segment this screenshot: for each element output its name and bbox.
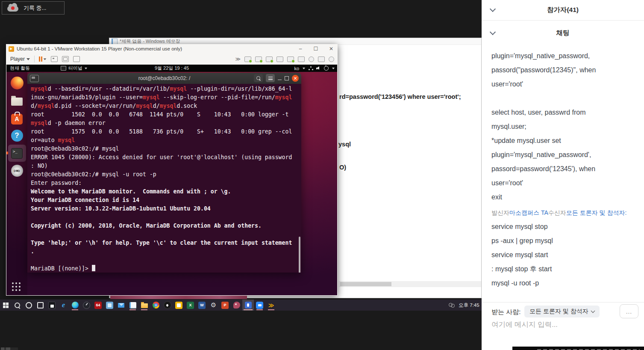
taskbar-icon-settings[interactable]: ⚙ (208, 300, 219, 311)
player-menu-button[interactable]: Player (10, 56, 30, 62)
terminal-line: Welcome to the MariaDB monitor. Commands… (31, 187, 301, 196)
taskbar-icon-photos[interactable] (173, 300, 185, 311)
taskbar-icon-cortana[interactable] (23, 300, 35, 311)
link-tray-icon[interactable] (449, 303, 454, 307)
search-icon (256, 76, 260, 80)
ubuntu-clock[interactable]: 9월 22일 19 : 45 (6, 65, 337, 71)
unity-mode-icon[interactable] (73, 56, 80, 62)
ubuntu-system-tray[interactable]: ko (294, 65, 335, 72)
vmware-minimize-button[interactable]: – (294, 44, 307, 53)
taskbar-clock[interactable]: 오후 7:45 (459, 302, 479, 308)
dock-item-firefox-browser[interactable] (8, 74, 26, 92)
taskbar-icon-vmware[interactable]: ≫ (265, 300, 277, 311)
power-icon (324, 66, 329, 71)
taskbar-icon-gauge[interactable] (81, 300, 92, 311)
taskbar-icon-excel[interactable]: X (185, 300, 196, 311)
chat-message-line: *update mysql.user set (482, 133, 644, 148)
taskbar-icon-powerpoint[interactable]: P (219, 300, 231, 311)
terminal-line: ERROR 1045 (28000): Access denied for us… (31, 153, 301, 162)
device-icon-webcam[interactable] (309, 56, 314, 62)
sender-name[interactable]: 마소캠퍼스 TA (509, 209, 548, 216)
recording-label: 기록 중... (24, 4, 46, 12)
device-icon-webcam-2[interactable] (329, 56, 334, 62)
terminal-minimize-button[interactable] (278, 80, 282, 80)
device-icon-hard-disk[interactable] (244, 56, 251, 62)
vmware-titlebar[interactable]: ▶ Ubuntu 64-bit 1 - VMware Workstation 1… (6, 44, 338, 53)
terminal-body[interactable]: mysqld --basedir=/usr --datadir=/var/lib… (27, 84, 301, 273)
chat-message-line: plugin='mysql_native_password', (482, 148, 644, 162)
participants-header[interactable]: 참가자(41) (482, 6, 644, 15)
terminal-scrollbar[interactable] (299, 237, 300, 273)
vmware-close-button[interactable]: ✕ (325, 44, 338, 53)
dock-item-help[interactable]: ? (8, 127, 26, 144)
device-icon-sound-card[interactable] (287, 56, 294, 62)
ubuntu-app-menu[interactable]: 터미널 (61, 65, 87, 71)
show-applications-button[interactable] (12, 282, 21, 291)
taskbar-icon-voice-app[interactable] (242, 300, 254, 311)
chat-message-line: : mysql stop 후 start (482, 262, 644, 276)
vmware-maximize-button[interactable]: ☐ (309, 44, 322, 53)
taskbar-icon-sixty-four[interactable]: 64 (92, 300, 104, 311)
send-ctrl-alt-del-icon[interactable] (51, 56, 58, 62)
ubuntu-activities-button[interactable]: 현재 활동 (10, 65, 30, 71)
taskbar-icon-chrome[interactable] (150, 300, 162, 311)
device-icon-printer[interactable] (276, 56, 283, 62)
terminal-search-button[interactable] (254, 74, 263, 82)
terminal-maximize-button[interactable] (285, 76, 289, 80)
taskbar-icon-maps[interactable] (162, 300, 173, 311)
taskbar-icon-start[interactable] (0, 300, 12, 311)
terminal-tab-icon (30, 75, 39, 82)
dock-item-terminal[interactable]: >_ (8, 145, 26, 162)
chat-message: service mysql stopps -aux | grep mysqlse… (482, 219, 644, 290)
terminal-line: root 1502 0.0 0.0 6748 1144 pts/0 S 10:4… (31, 110, 301, 119)
terminal-line: inux-gnu/mariadb19/plugin --user=mysql -… (31, 93, 301, 102)
ubuntu-topbar: 현재 활동 터미널 9월 22일 19 : 45 ko (6, 65, 337, 72)
vmware-window: ▶ Ubuntu 64-bit 1 - VMware Workstation 1… (6, 44, 338, 296)
taskbar-icon-paint[interactable] (231, 300, 242, 311)
chat-message-input[interactable]: 여기에 메시지 입력... (491, 320, 558, 329)
terminal-line: Server version: 10.3.22-MariaDB-1ubuntu1… (31, 205, 301, 213)
fullscreen-icon[interactable] (62, 56, 69, 62)
device-icon-network-adapter[interactable] (266, 56, 273, 62)
recipient-dropdown[interactable]: 모든 토론자 및 참석자 (524, 306, 600, 317)
suspend-vm-button[interactable] (39, 56, 47, 62)
device-icon-cd-dvd[interactable] (255, 56, 262, 62)
volume-icon (316, 66, 321, 70)
notepad-text-fragment: rd=password('123456') where user='root'; (339, 93, 461, 100)
recipient-name[interactable]: 모든 토론자 및 참석자: (566, 209, 627, 216)
watermark-bar (512, 347, 644, 350)
taskbar-icon-store[interactable] (46, 300, 58, 311)
divider (482, 20, 644, 21)
terminal-header[interactable]: root@c0ebadb30c02: / ✕ (27, 73, 301, 84)
taskbar-tray: 오후 7:45 (449, 300, 479, 311)
taskbar-icon-task-view[interactable] (35, 300, 46, 311)
caret-down-icon (332, 68, 335, 69)
chat-message: plugin='mysql_native_password,passord("p… (482, 49, 644, 204)
keyboard-layout[interactable]: ko (294, 66, 299, 71)
taskbar-icon-search[interactable] (12, 300, 23, 311)
device-icon-speaker[interactable] (298, 56, 305, 62)
taskbar-icon-mail[interactable] (115, 300, 127, 311)
chevron-down-icon (591, 309, 595, 313)
chat-header[interactable]: 채팅 (482, 29, 644, 38)
terminal-menu-button[interactable] (266, 74, 275, 82)
taskbar-icon-notepad[interactable] (127, 300, 138, 311)
dock-item-ubuntu-software[interactable]: A (8, 110, 26, 127)
chat-more-button[interactable]: … (620, 304, 638, 318)
taskbar-icon-edge[interactable] (69, 300, 81, 311)
chat-message-line: passord=password('12345'), when (482, 162, 644, 176)
terminal-cursor (92, 265, 95, 271)
terminal-line: Enter password: (31, 179, 301, 187)
taskbar-icon-zoom[interactable] (254, 300, 265, 311)
device-icon-speaker-2[interactable] (318, 56, 325, 62)
caret-down-icon (26, 58, 30, 60)
taskbar-icon-internet-explorer[interactable]: e (58, 300, 69, 311)
taskbar-icon-file-explorer[interactable] (138, 300, 150, 311)
taskbar-icon-photos-blue[interactable] (104, 300, 115, 311)
notepad-horizontal-scrollbar[interactable] (339, 281, 481, 287)
dock-item-files[interactable] (8, 92, 26, 109)
device-icon-usb-devices-arrow[interactable]: ≫ (235, 56, 241, 62)
terminal-close-button[interactable]: ✕ (292, 75, 299, 82)
taskbar-icon-word[interactable]: W (196, 300, 208, 311)
dock-item-dvd[interactable]: DVD (8, 162, 26, 179)
